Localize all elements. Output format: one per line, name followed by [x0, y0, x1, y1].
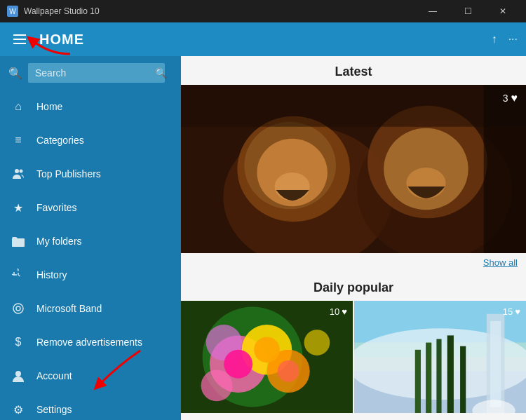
heart-icon-1: ♥	[342, 306, 347, 317]
sidebar-item-home[interactable]: ⌂ Home	[0, 90, 181, 123]
settings-icon: ⚙	[11, 402, 25, 416]
daily-1-count: 10 ♥	[330, 306, 347, 317]
svg-rect-35	[426, 343, 431, 413]
home-icon: ⌂	[11, 100, 25, 114]
latest-title: Latest	[181, 56, 526, 85]
latest-image-container[interactable]: 3 ♥	[181, 85, 526, 253]
sidebar-item-label: Remove advertisements	[36, 337, 142, 348]
sidebar-item-label: Settings	[36, 404, 72, 415]
sidebar-item-top-publishers[interactable]: Top Publishers	[0, 157, 181, 191]
svg-point-5	[13, 304, 23, 313]
sidebar-item-label: History	[36, 269, 67, 280]
sidebar: 🔍 🔍 ⌂ Home ≡ Categories	[0, 56, 181, 420]
svg-point-30	[304, 330, 330, 355]
svg-rect-18	[181, 85, 526, 127]
search-wrapper: 🔍	[28, 63, 173, 83]
maximize-button[interactable]: ☐	[452, 0, 484, 22]
account-icon	[11, 369, 25, 383]
publishers-icon	[11, 167, 25, 181]
sidebar-item-remove-ads[interactable]: $ Remove advertisements	[0, 325, 181, 359]
microsoft-band-icon	[11, 302, 25, 316]
sidebar-item-label: Top Publishers	[36, 168, 101, 179]
svg-point-1	[20, 170, 23, 173]
content-inner: Latest	[181, 56, 526, 413]
svg-point-29	[201, 370, 233, 401]
sidebar-item-label: Account	[36, 370, 72, 381]
daily-image-2[interactable]: 15 ♥	[354, 301, 526, 413]
app-icon: W	[7, 6, 18, 17]
svg-point-26	[224, 350, 252, 379]
svg-point-7	[15, 371, 21, 377]
svg-point-0	[15, 169, 19, 173]
close-button[interactable]: ✕	[487, 0, 519, 22]
svg-rect-39	[460, 346, 466, 413]
categories-icon: ≡	[11, 133, 25, 147]
sidebar-item-label: Microsoft Band	[36, 303, 102, 314]
svg-line-4	[18, 275, 20, 276]
sidebar-item-history[interactable]: History	[0, 258, 181, 292]
svg-rect-38	[415, 350, 421, 413]
svg-rect-41	[490, 321, 501, 407]
hamburger-icon	[13, 34, 26, 44]
minimize-button[interactable]: —	[417, 0, 449, 22]
sidebar-item-label: My folders	[36, 236, 82, 247]
title-bar: W Wallpaper Studio 10 — ☐ ✕	[0, 0, 526, 22]
main-layout: 🔍 🔍 ⌂ Home ≡ Categories	[0, 56, 526, 420]
search-input[interactable]	[28, 63, 165, 83]
svg-rect-36	[447, 335, 454, 413]
favorites-icon: ★	[11, 201, 25, 215]
sidebar-item-label: Categories	[36, 135, 84, 146]
history-icon	[11, 268, 25, 282]
menu-button[interactable]	[8, 28, 31, 50]
svg-rect-19	[484, 85, 526, 253]
sidebar-item-label: Favorites	[36, 202, 77, 213]
header-right: ↑ ···	[492, 33, 518, 46]
sidebar-item-account[interactable]: Account	[0, 359, 181, 393]
latest-image	[181, 85, 526, 253]
sidebar-item-my-folders[interactable]: My folders	[0, 224, 181, 258]
svg-point-28	[278, 360, 299, 382]
search-container: 🔍 🔍	[0, 56, 181, 90]
daily-image-1[interactable]: 10 ♥	[181, 301, 353, 413]
app-title: Wallpaper Studio 10	[24, 6, 417, 16]
heart-icon: ♥	[511, 92, 518, 104]
app-container: HOME ↑ ··· 🔍 🔍 ⌂ Home	[0, 22, 526, 420]
svg-point-6	[16, 306, 20, 311]
sidebar-nav: ⌂ Home ≡ Categories	[0, 90, 181, 420]
search-person-icon: 🔍	[8, 67, 22, 80]
up-icon[interactable]: ↑	[492, 33, 497, 46]
sidebar-item-microsoft-band[interactable]: Microsoft Band	[0, 292, 181, 325]
folders-icon	[11, 234, 25, 248]
like-count: 3 ♥	[503, 92, 518, 104]
dollar-icon: $	[11, 335, 25, 349]
sidebar-item-settings[interactable]: ⚙ Settings	[0, 393, 181, 420]
app-header: HOME ↑ ···	[0, 22, 526, 56]
heart-icon-2: ♥	[515, 306, 520, 317]
content-area: Latest	[181, 56, 526, 420]
more-icon[interactable]: ···	[508, 33, 518, 46]
sidebar-item-categories[interactable]: ≡ Categories	[0, 123, 181, 157]
page-title: HOME	[39, 32, 492, 48]
sidebar-item-favorites[interactable]: ★ Favorites	[0, 191, 181, 224]
svg-rect-37	[436, 339, 441, 413]
search-submit-icon[interactable]: 🔍	[155, 67, 167, 79]
sidebar-item-label: Home	[36, 101, 62, 112]
daily-2-count: 15 ♥	[503, 306, 520, 317]
svg-point-27	[254, 337, 280, 363]
daily-title: Daily popular	[181, 272, 526, 301]
svg-rect-2	[12, 238, 25, 247]
show-all-link[interactable]: Show all	[181, 253, 526, 272]
window-controls: — ☐ ✕	[417, 0, 519, 22]
daily-images: 10 ♥	[181, 301, 526, 413]
